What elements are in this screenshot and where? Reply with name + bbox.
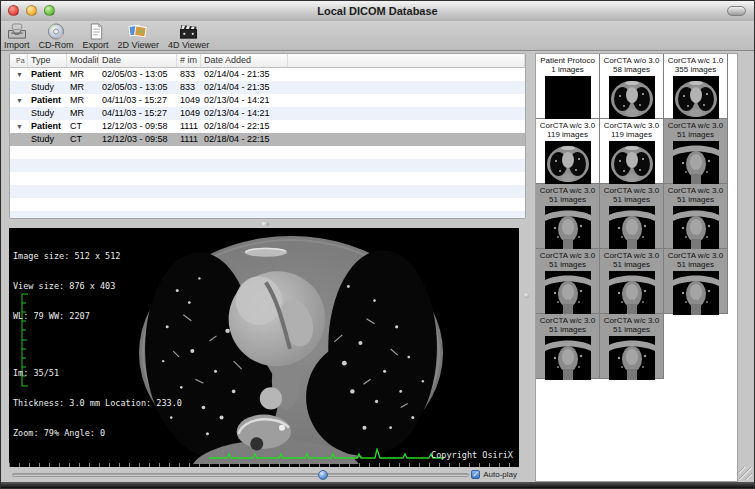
disclosure-spacer xyxy=(10,133,28,146)
series-thumbnail[interactable]: CorCTA w/o 3.0 58 images xyxy=(600,54,664,119)
osirix-local-database-window: Local DICOM Database Import CD-Rom xyxy=(0,0,755,489)
toolbar-item-label: Import xyxy=(4,40,30,50)
ct-axial-thumbnail-image xyxy=(609,76,655,120)
ct-coronal-thumbnail-image xyxy=(673,206,719,250)
ct-image-viewer[interactable]: Image size: 512 x 512 View size: 876 x 4… xyxy=(9,228,519,467)
cell-modality: CT xyxy=(67,120,99,133)
table-row[interactable]: ▼ Patient CT 12/12/03 - 09:58 1111 02/18… xyxy=(10,120,525,133)
ct-coronal-thumbnail-image xyxy=(609,271,655,315)
ct-axial-thumbnail-image xyxy=(545,141,591,185)
export-document-icon xyxy=(85,23,107,40)
column-header-images[interactable]: # im xyxy=(177,54,201,67)
ct-coronal-thumbnail-image xyxy=(609,206,655,250)
series-title: CorCTA w/c 3.0 xyxy=(664,186,727,195)
series-thumbnail-selected[interactable]: CorCTA w/c 3.0 51 images xyxy=(664,184,728,249)
horizontal-splitter-handle[interactable] xyxy=(260,222,269,226)
table-header: Pa Type Modality Date # im Date Added xyxy=(10,54,525,68)
autoplay-control: Auto-play xyxy=(471,470,517,479)
titlebar[interactable]: Local DICOM Database xyxy=(1,1,754,22)
disclosure-spacer xyxy=(10,107,28,120)
disclosure-triangle-icon[interactable]: ▼ xyxy=(10,68,28,81)
ct-coronal-thumbnail-image xyxy=(545,206,591,250)
cell-type: Patient xyxy=(28,68,67,81)
black-thumbnail-image xyxy=(545,76,591,120)
disclosure-triangle-icon[interactable]: ▼ xyxy=(10,94,28,107)
cell-date: 04/11/03 - 15:27 xyxy=(99,107,177,120)
series-thumbnail[interactable]: Patient Protoco 1 images xyxy=(536,54,600,119)
table-row[interactable]: Study MR 04/11/03 - 15:27 1049 02/13/04 … xyxy=(10,107,525,120)
cell-images: 1111 xyxy=(177,133,201,146)
cdrom-disc-icon xyxy=(45,23,67,40)
4d-viewer-button[interactable]: 4D Viewer xyxy=(168,23,209,50)
series-title: CorCTA w/c 3.0 xyxy=(536,186,599,195)
series-thumbnail-selected[interactable]: CorCTA w/c 3.0 51 images xyxy=(600,184,664,249)
series-thumbnail-selected[interactable]: CorCTA w/c 3.0 51 images xyxy=(664,249,728,314)
series-count: 119 images xyxy=(536,130,599,139)
vertical-splitter-handle[interactable] xyxy=(524,293,529,298)
series-title: CorCTA w/c 3.0 xyxy=(600,316,663,325)
copyright-label: Copyright OsiriX xyxy=(431,450,513,460)
series-thumbnail-selected[interactable]: CorCTA w/c 3.0 51 images xyxy=(536,249,600,314)
series-thumbnail-selected[interactable]: CorCTA w/c 3.0 51 images xyxy=(600,249,664,314)
window-resize-grip[interactable] xyxy=(739,467,752,480)
series-title: CorCTA w/c 3.0 xyxy=(600,121,663,130)
4d-viewer-clapper-icon xyxy=(178,23,200,40)
toolbar-item-label: Export xyxy=(83,40,109,50)
column-header-modality[interactable]: Modality xyxy=(67,54,99,67)
cell-modality: MR xyxy=(67,81,99,94)
import-button[interactable]: Import xyxy=(4,23,30,50)
table-row-selected[interactable]: Study CT 12/12/03 - 09:58 1111 02/18/04 … xyxy=(10,133,525,146)
disclosure-triangle-icon[interactable]: ▼ xyxy=(10,120,28,133)
slice-slider-row: Auto-play xyxy=(9,467,519,482)
cell-images: 1049 xyxy=(177,107,201,120)
cell-date: 12/12/03 - 09:58 xyxy=(99,120,177,133)
cell-modality: MR xyxy=(67,94,99,107)
toolbar-item-label: CD-Rom xyxy=(39,40,74,50)
table-row[interactable]: Study MR 02/05/03 - 13:05 833 02/14/04 -… xyxy=(10,81,525,94)
autoplay-checkbox[interactable] xyxy=(471,470,480,479)
2d-viewer-button[interactable]: 2D Viewer xyxy=(118,23,159,50)
table-row[interactable]: ▼ Patient MR 02/05/03 - 13:05 833 02/14/… xyxy=(10,68,525,81)
series-thumbnail[interactable]: CorCTA w/c 1.0 355 images xyxy=(664,54,728,119)
minimize-button[interactable] xyxy=(26,5,37,16)
series-title: CorCTA w/c 1.0 xyxy=(664,56,727,65)
series-count: 1 images xyxy=(536,65,599,74)
series-title: CorCTA w/c 3.0 xyxy=(664,121,727,130)
ct-axial-chest-image xyxy=(137,230,445,464)
overlay-top-left: Image size: 512 x 512 View size: 876 x 4… xyxy=(13,231,120,341)
series-matrix: Patient Protoco 1 images CorCTA w/o 3.0 … xyxy=(536,54,737,379)
slice-slider-track[interactable] xyxy=(12,473,469,477)
column-header-added[interactable]: Date Added xyxy=(201,54,288,67)
close-button[interactable] xyxy=(8,5,19,16)
column-header-date[interactable]: Date xyxy=(99,54,177,67)
series-thumbnail-selected[interactable]: CorCTA w/c 3.0 51 images xyxy=(536,314,600,379)
cell-added: 02/14/04 - 21:35 xyxy=(201,81,288,94)
overlay-image-index: Im: 35/51 xyxy=(13,368,182,378)
overlay-view-size: View size: 876 x 403 xyxy=(13,281,120,291)
ct-axial-thumbnail-image xyxy=(609,141,655,185)
slice-slider-thumb[interactable] xyxy=(318,470,328,480)
cell-date: 04/11/03 - 15:27 xyxy=(99,94,177,107)
series-thumbnail[interactable]: CorCTA w/c 3.0 119 images xyxy=(536,119,600,184)
toolbar-toggle-pill-button[interactable] xyxy=(727,6,746,16)
export-button[interactable]: Export xyxy=(83,23,109,50)
cell-added: 02/18/04 - 22:15 xyxy=(201,133,288,146)
overlay-bottom-left: Im: 35/51 Thickness: 3.0 mm Location: 23… xyxy=(13,348,182,458)
series-count: 51 images xyxy=(600,195,663,204)
column-header-type[interactable]: Type xyxy=(28,54,67,67)
series-title: CorCTA w/c 3.0 xyxy=(536,251,599,260)
toolbar: Import CD-Rom Export xyxy=(1,21,754,51)
series-thumbnail-selected[interactable]: CorCTA w/c 3.0 51 images xyxy=(664,119,728,184)
disclosure-spacer xyxy=(10,81,28,94)
autoplay-label: Auto-play xyxy=(483,470,517,479)
series-thumbnail-selected[interactable]: CorCTA w/c 3.0 51 images xyxy=(600,314,664,379)
cdrom-button[interactable]: CD-Rom xyxy=(39,23,74,50)
series-thumbnail-selected[interactable]: CorCTA w/c 3.0 51 images xyxy=(536,184,600,249)
table-row[interactable]: ▼ Patient MR 04/11/03 - 15:27 1049 02/13… xyxy=(10,94,525,107)
column-header-pa[interactable]: Pa xyxy=(10,54,28,67)
zoom-button[interactable] xyxy=(44,5,55,16)
series-thumbnail[interactable]: CorCTA w/c 3.0 119 images xyxy=(600,119,664,184)
series-count: 51 images xyxy=(600,325,663,334)
series-title: CorCTA w/c 3.0 xyxy=(600,186,663,195)
ct-axial-thumbnail-image xyxy=(673,76,719,120)
